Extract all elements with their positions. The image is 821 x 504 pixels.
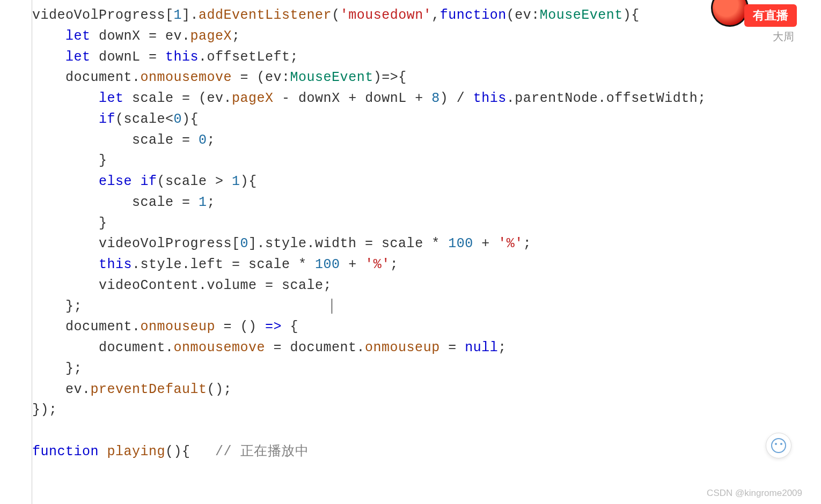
code-keyword: function xyxy=(32,444,99,459)
code-type: MouseEvent xyxy=(540,8,623,23)
code-type: MouseEvent xyxy=(290,70,373,85)
text-cursor xyxy=(332,299,332,314)
assistant-button[interactable] xyxy=(766,433,791,458)
code-method: preventDefault xyxy=(91,382,207,397)
code-text: (ev: xyxy=(507,8,540,23)
code-fn-name: playing xyxy=(107,444,166,459)
code-keyword: function xyxy=(440,8,507,23)
code-property: onmousemove xyxy=(174,340,266,355)
code-property: onmouseup xyxy=(141,319,216,335)
code-number: 100 xyxy=(448,236,473,251)
code-text: { xyxy=(282,319,298,335)
code-text: (); xyxy=(207,382,232,397)
code-text: }; xyxy=(32,361,82,376)
code-text: = document. xyxy=(265,340,365,355)
code-number: 0 xyxy=(174,112,182,127)
watermark-label: CSDN @kingrome2009 xyxy=(707,488,802,499)
code-this: this xyxy=(165,49,199,65)
code-text: (){ xyxy=(165,444,215,459)
code-text: ){ xyxy=(182,112,199,127)
code-keyword: if xyxy=(141,174,157,189)
code-text: (scale > xyxy=(157,174,232,189)
code-text: = xyxy=(440,340,465,355)
code-text: ev. xyxy=(32,382,91,397)
code-text xyxy=(32,257,99,272)
code-text: scale = xyxy=(32,195,199,210)
code-block: videoVolProgress[1].addEventListener('mo… xyxy=(0,0,821,463)
code-text: = (ev: xyxy=(232,70,290,85)
code-text: videoVolProgress[ xyxy=(32,236,240,251)
code-number: 0 xyxy=(199,132,207,148)
code-string: '%' xyxy=(498,236,523,251)
code-text: } xyxy=(32,216,107,231)
code-text: ; xyxy=(498,340,507,355)
code-text: ]. xyxy=(182,8,199,23)
code-method: addEventListener xyxy=(199,8,332,23)
code-number: 1 xyxy=(232,174,240,189)
code-text: )=>{ xyxy=(373,70,407,85)
code-number: 1 xyxy=(199,195,207,210)
code-text: document. xyxy=(32,340,174,355)
code-text: document. xyxy=(32,319,141,335)
code-text: ; xyxy=(207,132,216,148)
code-text xyxy=(32,28,65,44)
code-text: }); xyxy=(32,402,57,418)
code-text: .style.left = scale * xyxy=(132,257,315,272)
code-text xyxy=(32,49,65,65)
code-number: 0 xyxy=(240,236,249,251)
code-text: downL = xyxy=(91,49,166,65)
code-text: videoVolProgress[ xyxy=(32,8,174,23)
code-this: this xyxy=(473,91,507,106)
code-text: + xyxy=(473,236,499,251)
code-text: - downX + downL + xyxy=(274,91,432,106)
code-number: 8 xyxy=(431,91,440,106)
code-text: scale = (ev. xyxy=(124,91,232,106)
author-label: 大周 xyxy=(773,29,794,44)
code-text: downX = ev. xyxy=(91,28,190,44)
assistant-face-icon xyxy=(771,438,786,453)
code-text: videoContent.volume = scale; xyxy=(32,278,332,293)
code-arrow: => xyxy=(265,319,282,335)
code-string: '%' xyxy=(365,257,390,272)
code-keyword: if xyxy=(99,112,115,127)
code-text: ; xyxy=(232,28,240,44)
live-badge[interactable]: 有直播 xyxy=(744,4,797,27)
code-keyword: let xyxy=(65,28,91,44)
code-text: } xyxy=(32,153,107,168)
code-text: , xyxy=(431,8,440,23)
code-text: ; xyxy=(390,257,399,272)
code-text: + xyxy=(340,257,365,272)
code-text: document. xyxy=(32,70,141,85)
code-property: onmousemove xyxy=(141,70,232,85)
code-text: ].style.width = scale * xyxy=(248,236,448,251)
code-text: ( xyxy=(332,8,340,23)
code-text xyxy=(32,174,99,189)
code-text: ){ xyxy=(240,174,257,189)
code-text: ; xyxy=(523,236,532,251)
code-keyword: let xyxy=(65,49,91,65)
code-number: 1 xyxy=(174,8,182,23)
code-string: 'mousedown' xyxy=(340,8,432,23)
code-text: ; xyxy=(207,195,216,210)
code-text xyxy=(32,112,99,127)
code-text: = () xyxy=(215,319,265,335)
code-null: null xyxy=(465,340,498,355)
code-text xyxy=(132,174,141,189)
code-text xyxy=(32,91,99,106)
code-property: pageX xyxy=(190,28,232,44)
code-text: (scale< xyxy=(115,112,174,127)
code-text: scale = xyxy=(32,132,199,148)
code-text: .parentNode.offsetWidth; xyxy=(507,91,706,106)
code-property: pageX xyxy=(232,91,274,106)
code-text xyxy=(99,444,107,459)
code-comment: // 正在播放中 xyxy=(215,444,309,459)
code-gutter xyxy=(0,0,32,504)
code-keyword: else xyxy=(99,174,132,189)
code-number: 100 xyxy=(315,257,340,272)
code-text: ){ xyxy=(623,8,640,23)
code-text: .offsetLeft; xyxy=(199,49,298,65)
code-this: this xyxy=(99,257,132,272)
code-text: ) / xyxy=(440,91,473,106)
code-property: onmouseup xyxy=(365,340,440,355)
code-keyword: let xyxy=(99,91,124,106)
